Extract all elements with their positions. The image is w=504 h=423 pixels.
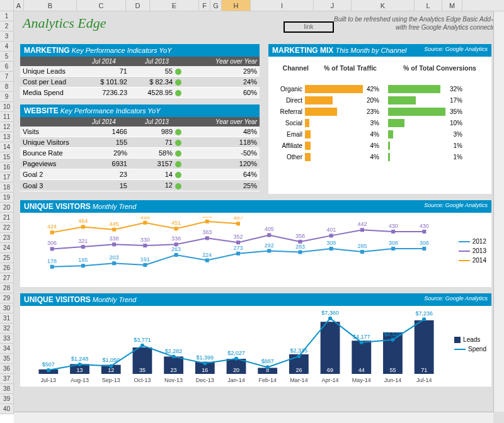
worksheet-area[interactable]: Analytics Edge Built to be refreshed usi… xyxy=(14,11,504,423)
chart2-header: UNIQUE VISITORS Monthly TrendSource: Goo… xyxy=(20,293,491,306)
row-header-6[interactable]: 6 xyxy=(0,62,14,72)
svg-point-110 xyxy=(328,317,332,320)
svg-text:283: 283 xyxy=(295,244,305,250)
svg-text:487: 487 xyxy=(233,217,243,221)
svg-text:16: 16 xyxy=(202,367,208,373)
svg-text:Aug-13: Aug-13 xyxy=(71,377,89,383)
svg-rect-84 xyxy=(321,322,340,374)
svg-text:26: 26 xyxy=(295,367,302,373)
row-header-39[interactable]: 39 xyxy=(0,394,14,404)
row-header-23[interactable]: 23 xyxy=(0,233,14,243)
row-header-24[interactable]: 24 xyxy=(0,243,14,253)
svg-text:330: 330 xyxy=(140,237,150,243)
svg-text:178: 178 xyxy=(47,258,57,264)
row-header-1[interactable]: 1 xyxy=(0,11,14,21)
row-header-27[interactable]: 27 xyxy=(0,273,14,283)
svg-rect-6 xyxy=(143,263,147,267)
col-header-C[interactable]: C xyxy=(77,0,126,11)
col-header-gutter[interactable] xyxy=(0,0,14,11)
col-header-A[interactable]: A xyxy=(14,0,24,11)
col-header-E[interactable]: E xyxy=(150,0,199,11)
row-header-13[interactable]: 13 xyxy=(0,132,14,142)
row-header-26[interactable]: 26 xyxy=(0,263,14,273)
row-header-21[interactable]: 21 xyxy=(0,213,14,223)
svg-text:401: 401 xyxy=(326,227,336,233)
row-header-11[interactable]: 11 xyxy=(0,112,14,122)
svg-rect-44 xyxy=(329,234,333,237)
svg-text:442: 442 xyxy=(357,221,367,227)
svg-text:$1,248: $1,248 xyxy=(71,356,89,362)
row-header-16[interactable]: 16 xyxy=(0,162,14,172)
svg-text:285: 285 xyxy=(357,243,367,249)
row-header-37[interactable]: 37 xyxy=(0,374,14,384)
mix-row: Direct20%17% xyxy=(268,94,491,106)
row-header-17[interactable]: 17 xyxy=(0,172,14,183)
chart2-legend: Leads Spend xyxy=(454,334,486,355)
row-header-40[interactable]: 40 xyxy=(0,404,14,414)
svg-text:430: 430 xyxy=(389,223,398,229)
horizontal-scrollbar[interactable] xyxy=(14,412,493,423)
col-header-M[interactable]: M xyxy=(442,0,462,11)
column-headers[interactable]: ABCDEFGHIJKLM xyxy=(0,0,504,11)
table-row: Cost per Lead$ 101.92$ 82.3424% xyxy=(20,77,260,87)
website-table: Visits146698948%Unique Visitors15571118%… xyxy=(20,127,260,191)
svg-text:308: 308 xyxy=(326,240,336,246)
row-header-5[interactable]: 5 xyxy=(0,52,14,62)
col-header-G[interactable]: G xyxy=(210,0,222,11)
row-header-9[interactable]: 9 xyxy=(0,92,14,102)
svg-rect-24 xyxy=(422,247,426,251)
row-header-25[interactable]: 25 xyxy=(0,253,14,263)
link-button[interactable]: link xyxy=(284,21,334,33)
svg-text:$3,771: $3,771 xyxy=(134,337,151,343)
svg-text:$4,177: $4,177 xyxy=(353,334,370,340)
row-header-19[interactable]: 19 xyxy=(0,193,14,203)
vertical-scrollbar[interactable] xyxy=(493,11,504,412)
row-header-10[interactable]: 10 xyxy=(0,102,14,112)
row-header-7[interactable]: 7 xyxy=(0,72,14,82)
row-header-35[interactable]: 35 xyxy=(0,354,14,364)
svg-text:383: 383 xyxy=(202,229,212,235)
row-header-20[interactable]: 20 xyxy=(0,203,14,213)
row-header-12[interactable]: 12 xyxy=(0,122,14,132)
row-header-3[interactable]: 3 xyxy=(0,31,14,42)
row-header-28[interactable]: 28 xyxy=(0,283,14,293)
svg-rect-16 xyxy=(298,251,302,254)
svg-text:424: 424 xyxy=(47,223,57,230)
row-header-32[interactable]: 32 xyxy=(0,324,14,334)
col-header-H[interactable]: H xyxy=(222,0,251,11)
col-header-I[interactable]: I xyxy=(251,0,314,11)
col-header-B[interactable]: B xyxy=(24,0,77,11)
svg-rect-2 xyxy=(81,264,85,268)
page-title: Analytics Edge xyxy=(23,15,106,31)
row-header-8[interactable]: 8 xyxy=(0,82,14,92)
row-header-36[interactable]: 36 xyxy=(0,364,14,374)
svg-rect-30 xyxy=(112,242,116,246)
svg-rect-8 xyxy=(175,253,178,257)
col-header-K[interactable]: K xyxy=(352,0,415,11)
row-headers[interactable]: 1234567891011121314151617181920212223242… xyxy=(0,11,14,414)
col-header-L[interactable]: L xyxy=(415,0,442,11)
row-header-34[interactable]: 34 xyxy=(0,344,14,354)
row-header-29[interactable]: 29 xyxy=(0,293,14,303)
mix-row: Referral23%35% xyxy=(268,106,491,117)
row-header-33[interactable]: 33 xyxy=(0,334,14,344)
row-header-38[interactable]: 38 xyxy=(0,384,14,394)
svg-text:445: 445 xyxy=(110,221,119,227)
row-header-31[interactable]: 31 xyxy=(0,313,14,324)
col-header-D[interactable]: D xyxy=(126,0,150,11)
row-header-14[interactable]: 14 xyxy=(0,142,14,152)
mix-header: MARKETING MIX This Month by ChannelSourc… xyxy=(268,44,491,57)
row-header-15[interactable]: 15 xyxy=(0,152,14,162)
website-kpi-panel: WEBSITE Key Performance Indicators YoY J… xyxy=(20,104,260,191)
svg-text:Jul-14: Jul-14 xyxy=(416,377,432,383)
col-header-J[interactable]: J xyxy=(314,0,352,11)
row-header-4[interactable]: 4 xyxy=(0,42,14,52)
col-header-F[interactable]: F xyxy=(199,0,210,11)
svg-rect-28 xyxy=(81,245,85,249)
row-header-2[interactable]: 2 xyxy=(0,21,14,31)
row-header-22[interactable]: 22 xyxy=(0,223,14,233)
row-header-30[interactable]: 30 xyxy=(0,303,14,313)
mix-row: Organic42%32% xyxy=(268,83,491,94)
svg-text:185: 185 xyxy=(78,257,88,263)
row-header-18[interactable]: 18 xyxy=(0,183,14,193)
